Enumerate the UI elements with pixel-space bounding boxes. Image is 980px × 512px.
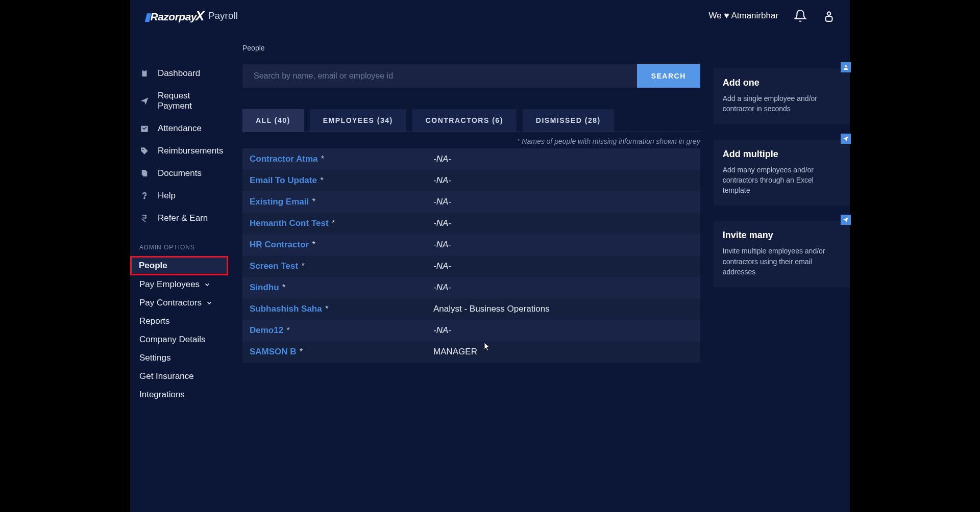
sidebar-item-refer-earn[interactable]: Refer & Earn — [130, 207, 230, 229]
person-link[interactable]: Screen Test — [250, 261, 298, 271]
card-title: Add one — [723, 78, 841, 88]
logo[interactable]: ▮RazorpayX Payroll — [144, 8, 238, 24]
person-link[interactable]: Demo12 — [250, 325, 283, 335]
asterisk: * — [284, 326, 290, 335]
sidebar-item-documents[interactable]: Documents — [130, 162, 230, 185]
admin-item-label: Pay Employees — [139, 279, 200, 290]
svg-point-5 — [142, 149, 143, 150]
admin-item-label: Pay Contractors — [139, 298, 202, 308]
asterisk: * — [298, 347, 303, 356]
brand-x: X — [195, 8, 204, 23]
sidebar-item-label: Request Payment — [158, 91, 221, 111]
admin-item-settings[interactable]: Settings — [130, 349, 230, 367]
person-link[interactable]: Existing Email — [250, 197, 309, 207]
sidebar-item-label: Refer & Earn — [158, 213, 208, 223]
tab-dismissed-[interactable]: DISMISSED (28) — [523, 109, 614, 132]
asterisk: * — [319, 155, 325, 163]
sidebar-item-request-payment[interactable]: Request Payment — [130, 85, 230, 117]
sidebar-item-label: Dashboard — [158, 68, 200, 79]
role-cell: -NA- — [433, 325, 693, 336]
admin-item-label: Settings — [139, 353, 170, 363]
card-invite-many[interactable]: Invite manyInvite multiple employees and… — [714, 221, 850, 287]
card-desc: Add a single employee and/or contractor … — [723, 93, 841, 114]
role-cell: -NA- — [433, 197, 693, 207]
admin-item-reports[interactable]: Reports — [130, 312, 230, 330]
person-link[interactable]: Subhashish Saha — [250, 304, 322, 314]
card-title: Add multiple — [723, 149, 841, 160]
people-table: Contractor Atma *-NA-Email To Update *-N… — [242, 148, 700, 363]
asterisk: * — [323, 304, 329, 313]
svg-point-0 — [827, 12, 831, 15]
svg-rect-8 — [143, 171, 147, 177]
person-link[interactable]: Email To Update — [250, 175, 317, 185]
header: ▮RazorpayX Payroll We ♥ Atmanirbhar — [130, 0, 850, 32]
chevron-down-icon — [206, 299, 213, 306]
brand-text: Razorpay — [151, 11, 197, 22]
role-cell: Analyst - Business Operations — [433, 304, 693, 314]
asterisk: * — [299, 262, 305, 270]
table-row: SAMSON B *MANAGER — [242, 341, 700, 363]
svg-point-9 — [144, 198, 145, 199]
search-button[interactable]: SEARCH — [637, 64, 700, 88]
admin-options-label: ADMIN OPTIONS — [130, 229, 230, 256]
role-cell: -NA- — [433, 175, 693, 186]
side-cards: Add oneAdd a single employee and/or cont… — [714, 44, 850, 512]
table-row: Hemanth Cont Test *-NA- — [242, 213, 700, 234]
sidebar-item-label: Attendance — [158, 123, 202, 134]
asterisk: * — [310, 197, 315, 206]
card-add-one[interactable]: Add oneAdd a single employee and/or cont… — [714, 68, 850, 124]
chevron-down-icon — [204, 281, 211, 288]
asterisk: * — [318, 176, 324, 185]
role-cell: -NA- — [433, 283, 693, 293]
sidebar-item-help[interactable]: Help — [130, 185, 230, 207]
tag-icon — [139, 146, 150, 156]
admin-item-pay-contractors[interactable]: Pay Contractors — [130, 294, 230, 312]
sidebar-item-attendance[interactable]: Attendance — [130, 117, 230, 140]
person-link[interactable]: SAMSON B — [250, 347, 297, 356]
asterisk: * — [310, 240, 315, 249]
card-add-multiple[interactable]: Add multipleAdd many employees and/or co… — [714, 140, 850, 206]
person-link[interactable]: HR Contractor — [250, 240, 309, 249]
svg-rect-3 — [143, 70, 146, 71]
sidebar-item-label: Documents — [158, 168, 202, 178]
admin-item-label: Get Insurance — [139, 371, 194, 381]
tab-contractors-[interactable]: CONTRACTORS (6) — [412, 109, 517, 132]
sidebar-item-dashboard[interactable]: Dashboard — [130, 62, 230, 85]
missing-info-note: * Names of people with missing informati… — [242, 132, 700, 148]
person-link[interactable]: Hemanth Cont Test — [250, 218, 329, 228]
admin-item-get-insurance[interactable]: Get Insurance — [130, 367, 230, 386]
table-row: Demo12 *-NA- — [242, 320, 700, 341]
admin-item-pay-employees[interactable]: Pay Employees — [130, 275, 230, 294]
role-cell: MANAGER — [433, 347, 693, 357]
user-icon[interactable] — [822, 9, 836, 22]
help-icon — [139, 191, 150, 201]
tagline: We ♥ Atmanirbhar — [709, 11, 778, 21]
tabs: ALL (40)EMPLOYEES (34)CONTRACTORS (6)DIS… — [242, 109, 700, 132]
sidebar-item-reimbursements[interactable]: Reimbursements — [130, 140, 230, 162]
role-cell: -NA- — [433, 218, 693, 228]
admin-item-integrations[interactable]: Integrations — [130, 386, 230, 404]
svg-point-10 — [845, 65, 847, 67]
table-row: Contractor Atma *-NA- — [242, 148, 700, 170]
card-title: Invite many — [723, 230, 841, 241]
role-cell: -NA- — [433, 240, 693, 250]
card-badge-icon — [841, 134, 851, 144]
tab-all-[interactable]: ALL (40) — [242, 109, 304, 132]
svg-rect-1 — [826, 16, 832, 21]
person-link[interactable]: Sindhu — [250, 283, 279, 292]
admin-item-company-details[interactable]: Company Details — [130, 330, 230, 349]
table-row: Sindhu *-NA- — [242, 277, 700, 298]
calendar-icon — [139, 123, 150, 134]
asterisk: * — [280, 283, 286, 292]
search-input[interactable] — [242, 64, 637, 88]
bell-icon[interactable] — [794, 9, 807, 22]
role-cell: -NA- — [433, 261, 693, 271]
admin-item-label: Integrations — [139, 390, 185, 400]
card-desc: Add many employees and/or contractors th… — [723, 165, 841, 196]
admin-item-people[interactable]: People — [130, 256, 228, 275]
brand-sub: Payroll — [208, 10, 238, 21]
tab-employees-[interactable]: EMPLOYEES (34) — [310, 109, 406, 132]
table-row: Existing Email *-NA- — [242, 191, 700, 213]
role-cell: -NA- — [433, 154, 693, 164]
person-link[interactable]: Contractor Atma — [250, 154, 318, 164]
